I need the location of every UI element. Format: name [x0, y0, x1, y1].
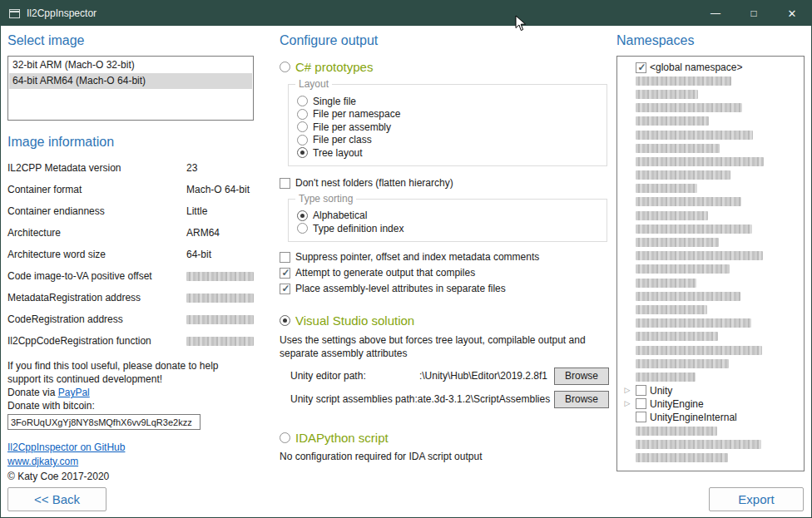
info-row: IL2CPP Metadata version23 — [7, 157, 254, 179]
select-image-heading: Select image — [7, 32, 254, 49]
info-row: Container endiannessLittle — [7, 200, 254, 222]
option-checkbox[interactable]: Suppress pointer, offset and index metad… — [280, 251, 609, 263]
redacted-value — [186, 272, 254, 281]
redacted-namespace — [636, 197, 741, 206]
app-icon — [9, 9, 20, 18]
close-button[interactable]: ✕ — [773, 1, 811, 26]
browse-button[interactable]: Browse — [554, 368, 609, 385]
radio-option[interactable]: Alphabetical — [297, 210, 600, 223]
image-list-item[interactable]: 32-bit ARM (Mach-O 32-bit) — [9, 57, 252, 73]
namespace-checkbox[interactable] — [636, 62, 646, 73]
radio-icon — [297, 135, 308, 146]
namespace-row-redacted — [622, 330, 804, 343]
bitcoin-address-input[interactable] — [7, 414, 201, 430]
namespace-row-redacted — [622, 169, 804, 182]
namespace-checkbox[interactable] — [636, 412, 646, 422]
info-row: Architecture word size64-bit — [7, 244, 254, 265]
path-field: Unity script assemblies path:ate.3d-3.1.… — [290, 391, 609, 408]
paypal-link[interactable]: PayPal — [58, 387, 90, 398]
redacted-value — [186, 294, 254, 303]
minimize-button[interactable]: — — [696, 1, 735, 26]
expander-icon[interactable]: ▷ — [622, 385, 632, 396]
namespace-row[interactable]: ▷Unity — [622, 384, 804, 397]
layout-groupbox: Layout Single fileFile per namespaceFile… — [288, 84, 607, 166]
csharp-option-checkboxes: Suppress pointer, offset and index metad… — [280, 251, 609, 294]
window-controls: — □ ✕ — [696, 1, 811, 26]
namespace-row[interactable]: ▷UnityEngine — [622, 397, 804, 411]
namespace-row-redacted — [622, 155, 804, 168]
namespaces-panel: Namespaces <global namespace>▷Unity▷Unit… — [616, 32, 805, 471]
redacted-namespace — [636, 211, 708, 220]
redacted-namespace — [636, 251, 763, 260]
back-button[interactable]: << Back — [7, 487, 106, 511]
csharp-prototypes-radio[interactable]: C# prototypes — [280, 60, 609, 74]
visual-studio-solution-radio[interactable]: Visual Studio solution — [280, 313, 609, 328]
redacted-namespace — [636, 116, 709, 126]
info-row: Il2CppCodeRegistration function — [7, 330, 254, 352]
idapython-description: No configuration required for IDA script… — [280, 451, 609, 462]
namespace-row-redacted — [622, 209, 804, 222]
namespace-row-redacted — [622, 437, 804, 451]
namespace-row-redacted — [622, 357, 804, 370]
redacted-value — [186, 315, 254, 324]
redacted-namespace — [636, 170, 730, 180]
left-panel: Select image 32-bit ARM (Mach-O 32-bit)6… — [7, 32, 254, 484]
namespace-checkbox[interactable] — [636, 398, 646, 409]
namespace-row-redacted — [622, 115, 804, 128]
redacted-namespace — [636, 238, 719, 247]
namespace-row-redacted — [622, 195, 804, 209]
option-checkbox[interactable]: Attempt to generate output that compiles — [280, 267, 609, 279]
redacted-namespace — [636, 157, 764, 166]
links-block: Il2CppInspector on GitHub www.djkaty.com… — [7, 441, 254, 484]
namespace-checkbox[interactable] — [636, 385, 646, 396]
image-list-item[interactable]: 64-bit ARM64 (Mach-O 64-bit) — [9, 73, 252, 89]
browse-button[interactable]: Browse — [554, 391, 609, 408]
flatten-hierarchy-checkbox[interactable]: Don't nest folders (flatten hierarchy) — [280, 177, 609, 189]
option-checkbox[interactable]: Place assembly-level attributes in separ… — [280, 283, 609, 294]
redacted-namespace — [636, 76, 731, 86]
idapython-script-radio[interactable]: IDAPython script — [280, 431, 609, 445]
radio-icon — [280, 315, 290, 326]
redacted-namespace — [636, 318, 751, 328]
checkbox-icon — [280, 284, 290, 294]
namespace-row-redacted — [622, 317, 804, 330]
redacted-namespace — [636, 346, 762, 355]
namespaces-tree[interactable]: <global namespace>▷Unity▷UnityEngineUnit… — [616, 56, 805, 471]
namespace-row[interactable]: UnityEngineInternal — [622, 411, 804, 424]
export-button[interactable]: Export — [709, 487, 804, 511]
radio-option[interactable]: Tree layout — [297, 146, 600, 160]
namespace-row-redacted — [622, 451, 804, 464]
github-link[interactable]: Il2CppInspector on GitHub — [7, 441, 254, 455]
layout-group-label: Layout — [295, 78, 332, 90]
configure-output-heading: Configure output — [280, 32, 609, 49]
layout-options: Single fileFile per namespaceFile per as… — [295, 95, 600, 160]
radio-icon — [297, 147, 308, 158]
idapython-script-label: IDAPython script — [295, 431, 389, 445]
radio-icon — [297, 223, 308, 234]
path-field: Unity editor path::\Unity\Hub\Editor\201… — [290, 368, 609, 385]
namespace-row-redacted — [622, 289, 804, 303]
namespace-row-redacted — [622, 303, 804, 316]
redacted-namespace — [636, 224, 752, 234]
donation-block: If you find this tool useful, please don… — [7, 359, 254, 430]
paypal-line: Donate via PayPal — [7, 386, 254, 399]
radio-option[interactable]: File per class — [297, 134, 600, 147]
namespace-row-redacted — [622, 87, 804, 101]
donation-text: If you find this tool useful, please don… — [7, 359, 254, 386]
website-link[interactable]: www.djkaty.com — [7, 455, 254, 469]
checkbox-icon — [280, 252, 290, 263]
expander-icon[interactable]: ▷ — [622, 398, 632, 409]
namespace-row[interactable]: <global namespace> — [622, 61, 804, 74]
radio-option[interactable]: File per namespace — [297, 108, 600, 121]
image-listbox[interactable]: 32-bit ARM (Mach-O 32-bit)64-bit ARM64 (… — [7, 56, 254, 121]
radio-option[interactable]: Single file — [297, 95, 600, 108]
namespace-row-redacted — [622, 182, 804, 195]
info-row: ArchitectureARM64 — [7, 222, 254, 244]
redacted-namespace — [636, 103, 742, 112]
app-window: Il2CppInspector — □ ✕ Select image 32-bi… — [0, 0, 812, 518]
maximize-button[interactable]: □ — [735, 1, 773, 26]
type-sorting-options: AlphabeticalType definition index — [295, 210, 600, 235]
radio-option[interactable]: File per assembly — [297, 121, 600, 134]
namespace-row-redacted — [622, 424, 804, 437]
radio-option[interactable]: Type definition index — [297, 222, 600, 235]
